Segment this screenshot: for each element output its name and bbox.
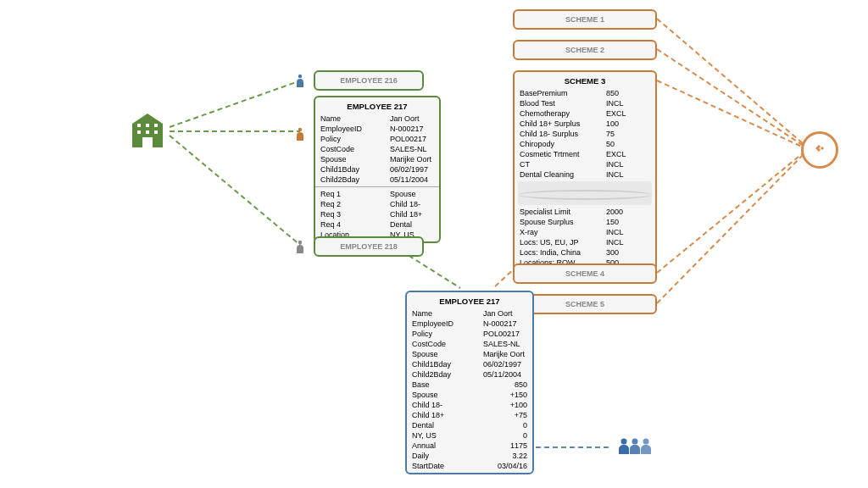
- row-value: +100: [493, 401, 527, 409]
- table-row: Child2Bday05/11/2004: [315, 175, 439, 185]
- table-row: Child2Bday05/11/2004: [407, 369, 532, 380]
- row-key: Chiropody: [520, 140, 606, 148]
- row-key: StartDate: [412, 462, 493, 470]
- row-key: Name: [320, 114, 390, 123]
- row-value: 0: [493, 421, 527, 430]
- row-value: SALES-NL: [390, 145, 434, 153]
- row-key: Dental Cleaning: [520, 170, 606, 179]
- table-row: Locs: India, China300: [515, 247, 655, 258]
- card-label: SCHEME 4: [565, 269, 604, 278]
- employee-218-card: EMPLOYEE 218: [314, 236, 424, 257]
- row-value: 0: [493, 431, 527, 440]
- table-row: Dental CleaningINCL: [515, 169, 655, 180]
- person-icon: [295, 74, 305, 89]
- scheme-5-card: SCHEME 5: [513, 294, 657, 314]
- row-key: EmployeeID: [412, 319, 483, 328]
- row-key: Child2Bday: [320, 175, 390, 184]
- svg-line-7: [657, 154, 804, 303]
- table-row: Locs: US, EU, JPINCL: [515, 237, 655, 247]
- row-key: Dental: [412, 421, 493, 430]
- row-value: Child 18-: [390, 200, 434, 208]
- row-key: Annual: [412, 441, 493, 450]
- svg-point-11: [298, 75, 302, 78]
- card-label: EMPLOYEE 218: [340, 242, 398, 251]
- row-key: Spouse: [412, 391, 493, 399]
- row-value: 100: [606, 119, 650, 128]
- row-value: 75: [606, 130, 650, 138]
- row-key: Req 1: [320, 190, 390, 198]
- row-value: 1175: [493, 441, 527, 450]
- row-key: Blood Test: [520, 99, 606, 108]
- svg-point-12: [298, 128, 302, 131]
- row-key: Child 18+: [412, 411, 493, 419]
- row-value: 06/02/1997: [390, 165, 434, 174]
- row-key: CT: [520, 160, 606, 169]
- row-key: BasePremium: [520, 89, 606, 97]
- row-key: Cosmetic Trtment: [520, 150, 606, 158]
- row-key: CostCode: [412, 340, 483, 348]
- row-value: 300: [606, 248, 650, 257]
- row-key: Child2Bday: [412, 370, 483, 379]
- table-row: ChemotherapyEXCL: [515, 108, 655, 119]
- row-value: 2000: [606, 208, 650, 216]
- scheme-2-card: SCHEME 2: [513, 40, 657, 60]
- table-row: CTINCL: [515, 159, 655, 169]
- table-row: StartDate03/04/16: [407, 461, 532, 471]
- table-row: Child 18+ Surplus100: [515, 119, 655, 129]
- card-title: EMPLOYEE 217: [315, 99, 439, 114]
- row-key: Child1Bday: [320, 165, 390, 174]
- svg-point-13: [298, 241, 302, 244]
- svg-point-16: [643, 439, 649, 445]
- table-row: Dental0: [407, 420, 532, 430]
- svg-line-5: [657, 80, 804, 147]
- table-row: Req 3Child 18+: [315, 209, 439, 219]
- table-row: NameJan Oort: [407, 308, 532, 319]
- table-row: X-rayINCL: [515, 227, 655, 237]
- table-row: Req 4Dental: [315, 219, 439, 230]
- row-value: 05/11/2004: [390, 175, 434, 184]
- scheme-1-card: SCHEME 1: [513, 9, 657, 30]
- svg-line-0: [170, 80, 301, 127]
- row-key: Req 3: [320, 210, 390, 219]
- svg-line-6: [657, 152, 804, 273]
- row-key: Name: [412, 309, 483, 318]
- card-label: SCHEME 2: [565, 46, 604, 54]
- table-row: Specialist Limit2000: [515, 207, 655, 217]
- svg-line-4: [657, 49, 804, 146]
- person-icon: [295, 127, 305, 142]
- table-row: Daily3.22: [407, 451, 532, 461]
- svg-point-15: [632, 439, 638, 445]
- card-label: SCHEME 1: [565, 15, 604, 24]
- row-key: Policy: [412, 330, 483, 338]
- table-row: SpouseMarijke Oort: [407, 349, 532, 359]
- row-value: 150: [606, 218, 650, 226]
- row-key: NY, US: [412, 431, 493, 440]
- row-key: Specialist Limit: [520, 208, 606, 216]
- row-value: N-000217: [483, 319, 527, 328]
- table-row: SpouseMarijke Oort: [315, 154, 439, 164]
- row-key: Child 18+ Surplus: [520, 119, 606, 128]
- row-value: Spouse: [390, 190, 434, 198]
- table-row: PolicyPOL00217: [407, 329, 532, 339]
- table-row: Base850: [407, 380, 532, 390]
- table-row: NameJan Oort: [315, 114, 439, 124]
- table-row: NY, US0: [407, 430, 532, 441]
- card-label: EMPLOYEE 216: [340, 76, 398, 85]
- row-key: X-ray: [520, 228, 606, 236]
- result-employee-card: EMPLOYEE 217 NameJan OortEmployeeIDN-000…: [405, 291, 534, 474]
- row-key: Spouse Surplus: [520, 218, 606, 226]
- row-value: INCL: [606, 238, 650, 247]
- row-value: 850: [606, 89, 650, 97]
- row-value: 3.22: [493, 452, 527, 460]
- row-value: 850: [493, 380, 527, 389]
- table-row: Spouse+150: [407, 390, 532, 400]
- table-row: Chiropody50: [515, 139, 655, 149]
- row-key: Spouse: [412, 350, 483, 358]
- row-value: POL00217: [483, 330, 527, 338]
- row-value: INCL: [606, 160, 650, 169]
- row-key: Req 4: [320, 220, 390, 229]
- people-icon: [617, 436, 653, 460]
- row-value: INCL: [606, 170, 650, 179]
- svg-point-14: [621, 439, 627, 445]
- row-value: 05/11/2004: [483, 370, 527, 379]
